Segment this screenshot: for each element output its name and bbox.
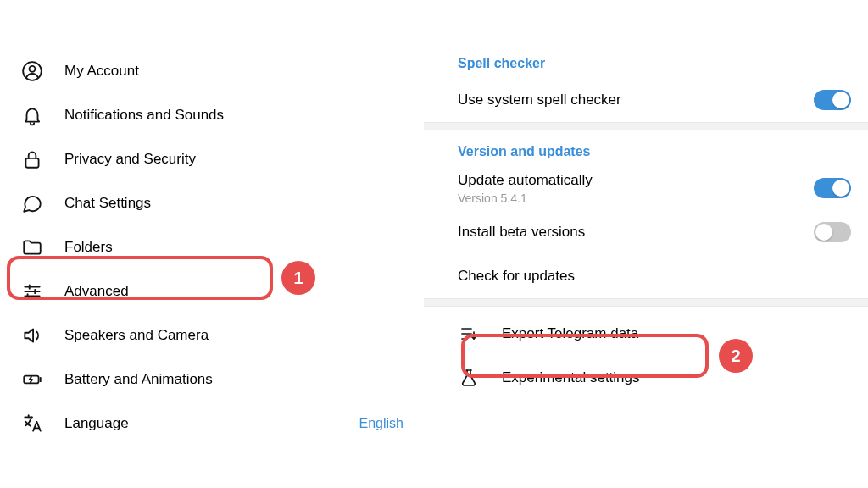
row-title: Use system spell checker <box>458 92 814 108</box>
svg-rect-2 <box>25 158 38 168</box>
sidebar-item-speakers-camera[interactable]: Speakers and Camera <box>0 313 424 358</box>
advanced-panel: Spell checker Use system spell checker V… <box>424 0 868 488</box>
language-icon <box>20 412 44 435</box>
sidebar-item-chat-settings[interactable]: Chat Settings <box>0 181 424 225</box>
sidebar-item-label: My Account <box>64 63 139 80</box>
sidebar-item-label: Advanced <box>64 283 129 300</box>
sidebar-item-advanced[interactable]: Advanced <box>0 269 424 313</box>
toggle-system-spell[interactable] <box>814 90 851 110</box>
toggle-install-beta[interactable] <box>814 222 851 242</box>
row-export-telegram-data[interactable]: Export Telegram data <box>424 312 868 356</box>
row-title: Experimental settings <box>502 369 851 386</box>
settings-nav: My Account Notifications and Sounds Priv… <box>0 0 424 488</box>
row-title: Update automatically <box>458 172 814 189</box>
section-header-version: Version and updates <box>424 130 868 166</box>
sidebar-item-label: Battery and Animations <box>64 371 213 388</box>
bell-icon <box>20 103 44 127</box>
row-title: Export Telegram data <box>502 325 851 342</box>
section-separator <box>424 122 868 130</box>
lock-icon <box>20 147 44 171</box>
sidebar-item-battery-animations[interactable]: Battery and Animations <box>0 358 424 402</box>
row-update-automatically[interactable]: Update automatically Version 5.4.1 <box>424 166 868 210</box>
row-use-system-spell[interactable]: Use system spell checker <box>424 78 868 122</box>
row-experimental-settings[interactable]: Experimental settings <box>424 356 868 400</box>
section-header-spell: Spell checker <box>424 42 868 78</box>
flask-icon <box>458 367 480 389</box>
row-check-updates[interactable]: Check for updates <box>424 254 868 298</box>
toggle-auto-update[interactable] <box>814 178 851 198</box>
section-separator <box>424 298 868 307</box>
sidebar-item-label: Speakers and Camera <box>64 327 209 344</box>
sidebar-item-notifications[interactable]: Notifications and Sounds <box>0 93 424 137</box>
account-icon <box>20 59 44 83</box>
sidebar-item-label: Notifications and Sounds <box>64 107 224 124</box>
sidebar-item-label: Chat Settings <box>64 195 151 212</box>
sidebar-item-label: Language <box>64 415 129 432</box>
sidebar-item-privacy[interactable]: Privacy and Security <box>0 137 424 181</box>
version-subtitle: Version 5.4.1 <box>458 191 814 205</box>
export-icon <box>458 323 480 345</box>
sidebar-item-label: Folders <box>64 239 113 256</box>
sliders-icon <box>20 280 44 303</box>
sidebar-item-label: Privacy and Security <box>64 151 196 168</box>
chat-icon <box>20 191 44 215</box>
row-title: Check for updates <box>458 268 851 285</box>
sidebar-item-my-account[interactable]: My Account <box>0 49 424 93</box>
sidebar-item-language[interactable]: Language English <box>0 402 424 446</box>
battery-icon <box>20 368 44 391</box>
language-value: English <box>359 416 403 431</box>
folder-icon <box>20 236 44 259</box>
sidebar-item-folders[interactable]: Folders <box>0 225 424 269</box>
row-install-beta[interactable]: Install beta versions <box>424 210 868 254</box>
svg-point-1 <box>30 66 36 72</box>
row-title: Install beta versions <box>458 224 814 241</box>
volume-icon <box>20 324 44 347</box>
